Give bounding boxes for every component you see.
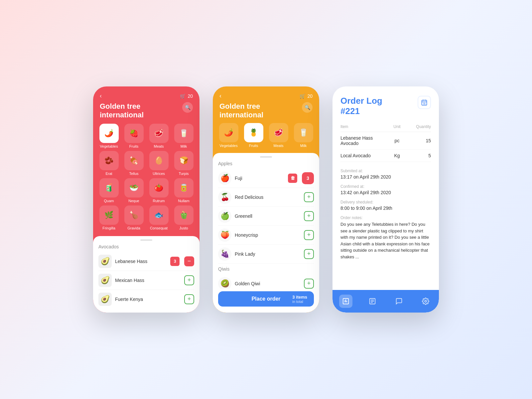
notes-block: Order notes: Do you see any Teletubbies … — [340, 215, 431, 260]
bottom-sheet-red: Avocados 🥑 Lebanese Hass 3 − 🥑 Mexican H… — [93, 236, 200, 313]
cat-icon-fruits-orange: 🍍 — [244, 123, 263, 142]
cat-vegetables[interactable]: 🌶️ Vegetables — [98, 124, 120, 148]
nav-chart-icon[interactable] — [339, 295, 352, 308]
cat-ultrices[interactable]: 🥚 Ultrices — [148, 151, 170, 176]
list-item: 🥑 Mexican Hass + — [98, 271, 194, 290]
add-button-golden-qiwi[interactable]: + — [304, 279, 314, 289]
nav-list-icon[interactable] — [366, 295, 379, 308]
decrease-button-lebanese[interactable]: − — [184, 256, 194, 266]
item-name-honeycrisp: Honeycrisp — [235, 232, 301, 238]
submitted-block: Submited at: 13:17 on April 29th 2020 — [340, 169, 431, 180]
cat-tellus[interactable]: 🍖 Tellus — [123, 151, 145, 176]
bottom-nav — [332, 290, 439, 313]
phone-white: Order Log#221 31 Item Unit Quantity — [332, 86, 439, 313]
back-icon[interactable]: ‹ — [219, 92, 221, 99]
svg-point-13 — [425, 300, 427, 302]
cat-meats[interactable]: 🥩 Meats — [148, 124, 170, 148]
list-item-greenell: 🍏 Greenell + — [218, 207, 314, 226]
notes-label: Order notes: — [340, 215, 431, 220]
back-icon[interactable]: ‹ — [100, 92, 102, 99]
item-name-fuji: Fuji — [235, 176, 285, 181]
categories-grid: 🌶️ Vegetables 🍓 Fruits 🥩 Meats 🥛 Milk 🫘 … — [93, 124, 200, 233]
item-img-pink-lady: 🍇 — [218, 247, 231, 261]
cart-area: 🛒 20 — [180, 93, 193, 99]
col-header-qty: Quantity — [408, 124, 431, 129]
add-button-honeycrisp[interactable]: + — [304, 230, 314, 240]
place-order-bar[interactable]: Place order 3 items in total — [218, 291, 314, 307]
cat-meats-orange[interactable]: 🥩 Meats — [267, 123, 290, 148]
item-name-pink-lady: Pink Lady — [235, 251, 301, 257]
search-button-orange[interactable]: 🔍 — [302, 102, 313, 113]
item-image-fuerte: 🥑 — [98, 293, 112, 306]
cat-icon-vegetables: 🌶️ — [99, 124, 119, 143]
cat-milk-orange[interactable]: 🥛 Milk — [292, 123, 315, 148]
item-img-honeycrisp: 🍑 — [218, 228, 231, 242]
cat-icon-fringilla: 🌿 — [99, 205, 119, 225]
nav-settings-icon[interactable] — [419, 295, 432, 308]
phone-red: ‹ 🛒 20 Golden treeinternational 🔍 🌶️ Veg… — [93, 86, 200, 313]
nav-chat-icon[interactable] — [392, 295, 406, 308]
cat-erat[interactable]: 🫘 Erat — [98, 151, 120, 176]
table-header: Item Unit Quantity — [340, 124, 431, 132]
bottom-sheet-orange: Apples 🍎 Fuji 🗑 3 🍒 Red Delicious + 🍏 Gr… — [213, 153, 319, 313]
cat-icon-ultrices: 🥚 — [149, 151, 169, 170]
list-item-red-delicious: 🍒 Red Delicious + — [218, 188, 314, 207]
add-button-red-delicious[interactable]: + — [304, 192, 314, 202]
calendar-button[interactable]: 31 — [418, 96, 431, 109]
add-button-fuerte[interactable]: + — [184, 294, 194, 304]
order-table: Item Unit Quantity Lebanese Hass Avocado… — [340, 124, 431, 162]
search-button[interactable]: 🔍 — [182, 102, 193, 113]
items-total-area: 3 items in total — [292, 295, 307, 304]
list-item-fuji: 🍎 Fuji 🗑 3 — [218, 169, 314, 188]
cat-icon-quam: 🧃 — [99, 178, 119, 198]
list-item: 🥑 Lebanese Hass 3 − — [98, 252, 194, 271]
avocados-section-title: Avocados — [98, 244, 194, 249]
confirmed-label: Confirmed at: — [340, 184, 431, 189]
item-image-mexican: 🥑 — [98, 274, 112, 287]
cat-icon-erat: 🫘 — [99, 151, 119, 170]
col-header-item: Item — [340, 124, 386, 129]
cat-fringilla[interactable]: 🌿 Fringilla — [98, 205, 120, 230]
cat-nullam[interactable]: 🥫 Nullam — [173, 178, 195, 203]
add-button-pink-lady[interactable]: + — [304, 249, 314, 259]
cat-fruits[interactable]: 🍓 Fruits — [123, 124, 145, 148]
add-button-mexican[interactable]: + — [184, 275, 194, 285]
cat-vegetables-orange[interactable]: 🌶️ Vegetables — [217, 123, 240, 148]
cat-consequat[interactable]: 🐟 Consequat — [148, 205, 170, 230]
cat-icon-fruits: 🍓 — [124, 124, 144, 143]
cat-gravida[interactable]: 🍗 Gravida — [123, 205, 145, 230]
cat-rutrum[interactable]: 🍅 Rutrum — [148, 178, 170, 203]
order-log-title: Order Log#221 — [340, 96, 382, 116]
cat-neque[interactable]: 🥗 Neque — [123, 178, 145, 203]
add-button-greenell[interactable]: + — [304, 211, 314, 221]
item-name-red-delicious: Red Delicious — [235, 195, 301, 200]
app-title: Golden treeinternational — [100, 102, 144, 120]
unit-lebanese-hass: pc — [386, 138, 408, 143]
cat-icon-nullam: 🥫 — [174, 178, 194, 198]
cat-justo[interactable]: 🫑 Justo — [173, 205, 195, 230]
cat-icon-meats: 🥩 — [149, 124, 169, 143]
order-log-header: Order Log#221 31 — [340, 96, 431, 116]
cat-icon-gravida: 🍗 — [124, 205, 144, 225]
unit-local-avocado: Kg — [386, 153, 408, 158]
item-img-greenell: 🍏 — [218, 209, 231, 223]
qty-local-avocado: 5 — [408, 153, 431, 158]
cat-quam[interactable]: 🧃 Quam — [98, 178, 120, 203]
notes-text: Do you see any Teletubbies in here? Do y… — [340, 221, 431, 260]
title-search-row: Golden treeinternational 🔍 — [93, 102, 200, 124]
sheet-handle — [140, 239, 152, 241]
item-img-fuji: 🍎 — [218, 172, 231, 185]
categories-grid-orange: 🌶️ Vegetables 🍍 Fruits 🥩 Meats 🥛 Milk — [213, 123, 319, 151]
fuji-qty-num: 3 — [302, 172, 314, 184]
item-img-red-delicious: 🍒 — [218, 191, 231, 204]
sheet-handle-orange — [260, 156, 272, 158]
cat-turpis[interactable]: 🍞 Turpis — [173, 151, 195, 176]
cart-count: 20 — [307, 93, 313, 99]
cat-icon-meats-orange: 🥩 — [269, 123, 288, 142]
cat-icon-tellus: 🍖 — [124, 151, 144, 170]
product-list: Apples 🍎 Fuji 🗑 3 🍒 Red Delicious + 🍏 Gr… — [213, 161, 319, 289]
table-row: Local Avocado Kg 5 — [340, 150, 431, 162]
cat-fruits-orange[interactable]: 🍍 Fruits — [242, 123, 265, 148]
cat-milk[interactable]: 🥛 Milk — [173, 124, 195, 148]
list-item-honeycrisp: 🍑 Honeycrisp + — [218, 226, 314, 245]
